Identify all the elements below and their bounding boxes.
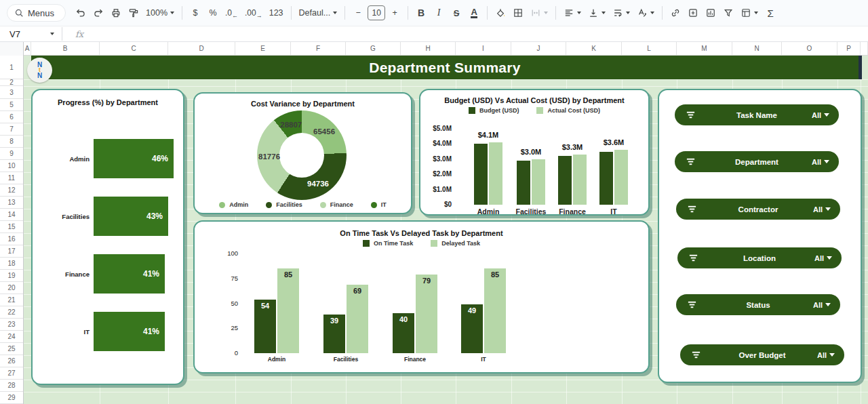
row-header-17[interactable]: 17 — [0, 245, 23, 258]
chevron-down-icon — [170, 12, 174, 14]
row-header-6[interactable]: 6 — [0, 111, 23, 123]
filter-pill-location[interactable]: LocationAll — [677, 247, 842, 268]
column-header-K[interactable]: K — [566, 42, 622, 55]
row-header-10[interactable]: 10 — [0, 160, 23, 172]
paint-format-button[interactable] — [125, 4, 142, 22]
column-header-D[interactable]: D — [168, 42, 235, 55]
filter-pill-status[interactable]: StatusAll — [676, 294, 840, 315]
borders-button[interactable] — [510, 4, 526, 22]
ontime-chart-card[interactable]: On Time Task Vs Delayed Task by Departme… — [193, 220, 650, 373]
increase-font-size-button[interactable]: + — [387, 4, 403, 22]
more-formats-button[interactable]: 123 — [267, 4, 286, 22]
filter-pill-over-budget[interactable]: Over BudgetAll — [680, 344, 844, 365]
row-header-21[interactable]: 21 — [0, 294, 23, 306]
row-header-29[interactable]: 29 — [0, 392, 23, 404]
column-header-F[interactable]: F — [291, 42, 346, 55]
row-header-12[interactable]: 12 — [0, 184, 23, 197]
budget-chart-card[interactable]: Budget (USD) Vs Actual Cost (USD) by Dep… — [419, 89, 650, 216]
filter-pill-department[interactable]: DepartmentAll — [675, 151, 839, 172]
text-wrap-icon — [612, 7, 623, 18]
filter-pill-contractor[interactable]: ContractorAll — [676, 199, 840, 220]
horizontal-align-button[interactable] — [561, 4, 584, 22]
row-header-5[interactable]: 5 — [0, 99, 23, 111]
row-header-13[interactable]: 13 — [0, 197, 23, 209]
row-header-19[interactable]: 19 — [0, 270, 23, 282]
format-currency-button[interactable]: $ — [187, 4, 203, 22]
table-views-button[interactable] — [738, 4, 761, 22]
column-header-partial[interactable] — [861, 42, 868, 55]
decrease-font-size-button[interactable]: − — [350, 4, 366, 22]
zoom-control[interactable]: 100% — [143, 4, 177, 22]
fill-color-button[interactable] — [492, 4, 509, 22]
select-all-corner[interactable] — [0, 42, 24, 56]
create-filter-button[interactable] — [720, 4, 736, 22]
text-rotation-button[interactable] — [634, 4, 657, 22]
bold-button[interactable]: B — [413, 4, 429, 22]
row-header-22[interactable]: 22 — [0, 306, 23, 319]
row-header-11[interactable]: 11 — [0, 172, 23, 184]
insert-comment-button[interactable] — [685, 4, 701, 22]
undo-button[interactable] — [73, 4, 89, 22]
strikethrough-button[interactable]: S — [448, 4, 465, 22]
column-header-H[interactable]: H — [401, 42, 456, 55]
cell-name-box[interactable]: V7 — [5, 29, 58, 39]
print-icon — [111, 7, 121, 18]
decrease-decimal-button[interactable]: .0← — [222, 4, 241, 22]
text-wrap-button[interactable] — [610, 4, 633, 22]
row-header-23[interactable]: 23 — [0, 319, 23, 331]
row-header-20[interactable]: 20 — [0, 282, 23, 294]
column-header-A[interactable]: A — [24, 42, 31, 55]
column-header-N[interactable]: N — [732, 42, 782, 55]
row-header-18[interactable]: 18 — [0, 258, 23, 270]
print-button[interactable] — [108, 4, 124, 22]
italic-button[interactable]: I — [431, 4, 447, 22]
column-header-P[interactable]: P — [837, 42, 861, 55]
progress-chart-card[interactable]: Progress (%) by Department Admin46%Facil… — [31, 89, 184, 385]
column-header-I[interactable]: I — [456, 42, 511, 55]
row-header-3[interactable]: 3 — [0, 86, 23, 99]
row-header-25[interactable]: 25 — [0, 343, 23, 355]
row-header-15[interactable]: 15 — [0, 221, 23, 233]
column-header-J[interactable]: J — [511, 42, 566, 55]
legend-swatch — [320, 202, 326, 208]
redo-button[interactable] — [90, 4, 106, 22]
google-sheets-app: Menus 100% $ % .0← .00→ 123 Defaul... − … — [0, 0, 868, 404]
column-header-M[interactable]: M — [677, 42, 732, 55]
row-header-2[interactable]: 2 — [0, 79, 23, 86]
font-size-input[interactable]: 10 — [368, 5, 385, 20]
row-header-9[interactable]: 9 — [0, 148, 23, 160]
row-header-8[interactable]: 8 — [0, 136, 23, 148]
row-header-1[interactable]: 1 — [0, 56, 23, 79]
format-percent-button[interactable]: % — [205, 4, 221, 22]
insert-link-button[interactable] — [667, 4, 684, 22]
row-header-7[interactable]: 7 — [0, 123, 23, 136]
row-header-28[interactable]: 28 — [0, 380, 23, 392]
merge-cells-button[interactable] — [528, 4, 551, 22]
column-header-O[interactable]: O — [782, 42, 837, 55]
column-header-L[interactable]: L — [622, 42, 677, 55]
column-header-C[interactable]: C — [100, 42, 168, 55]
progress-bar-facilities: 43% — [94, 197, 168, 236]
row-header-27[interactable]: 27 — [0, 367, 23, 380]
column-header-B[interactable]: B — [31, 42, 100, 55]
menus-button[interactable]: Menus — [7, 4, 66, 22]
filter-pill-task-name[interactable]: Task NameAll — [675, 104, 839, 125]
vertical-align-button[interactable] — [585, 4, 608, 22]
row-header-16[interactable]: 16 — [0, 233, 23, 245]
row-header-24[interactable]: 24 — [0, 331, 23, 343]
donut-slice-label: 28807 — [280, 121, 302, 129]
column-header-G[interactable]: G — [346, 42, 401, 55]
column-header-E[interactable]: E — [235, 42, 291, 55]
row-header-26[interactable]: 26 — [0, 355, 23, 367]
group-value-label: $4.1M — [478, 131, 499, 139]
cost-variance-chart-card[interactable]: Cost Variance by Department AdminFacilit… — [193, 92, 412, 214]
functions-button[interactable]: Σ — [762, 4, 778, 22]
font-selector[interactable]: Defaul... — [296, 4, 340, 22]
row-header-14[interactable]: 14 — [0, 209, 23, 221]
increase-decimal-button[interactable]: .00→ — [242, 4, 265, 22]
filter-value: All — [814, 247, 832, 268]
text-color-label: A — [471, 7, 477, 18]
sheet-grid[interactable]: Department Summary N t N Progress (%) by… — [24, 56, 868, 404]
insert-chart-button[interactable] — [703, 4, 719, 22]
text-color-button[interactable]: A — [466, 4, 482, 22]
